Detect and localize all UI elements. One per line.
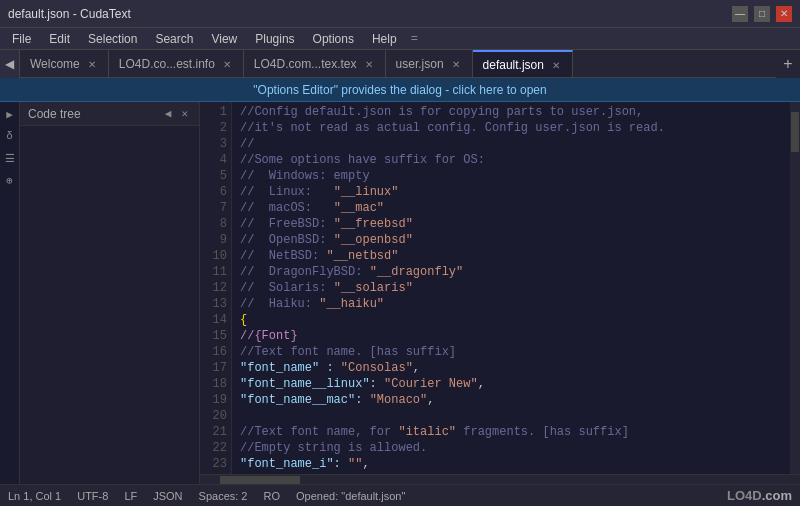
indentation: Spaces: 2	[199, 490, 248, 502]
tab-lo4d-tex[interactable]: LO4D.com...tex.tex ✕	[244, 50, 386, 77]
menu-options[interactable]: Options	[305, 30, 362, 48]
code-line: {	[240, 312, 782, 328]
menu-separator: =	[407, 30, 422, 48]
search-panel-icon[interactable]: ⊕	[2, 172, 18, 188]
tabs-container: Welcome ✕ LO4D.co...est.info ✕ LO4D.com.…	[20, 50, 776, 77]
code-line: //{Font}	[240, 328, 782, 344]
menu-search[interactable]: Search	[147, 30, 201, 48]
tab-default-json-close[interactable]: ✕	[550, 59, 562, 72]
line-number: 4	[204, 152, 227, 168]
code-tree-panel: Code tree ◀ ✕	[20, 102, 200, 484]
lo4d-watermark: LO4D.com	[727, 488, 792, 503]
code-editor[interactable]: 1234567891011121314151617181920212223242…	[200, 102, 800, 484]
code-line: //Config default.json is for copying par…	[240, 104, 782, 120]
line-number: 10	[204, 248, 227, 264]
new-tab-button[interactable]: +	[776, 50, 800, 78]
sidebar-header: Code tree ◀ ✕	[20, 102, 199, 126]
line-number: 18	[204, 376, 227, 392]
code-line: // Windows: empty	[240, 168, 782, 184]
icon-bar: ▶ δ ☰ ⊕	[0, 102, 20, 484]
code-line: // FreeBSD: "__freebsd"	[240, 216, 782, 232]
code-line: // Solaris: "__solaris"	[240, 280, 782, 296]
window-controls: — □ ✕	[732, 6, 792, 22]
code-line: //Text font name. [has suffix]	[240, 344, 782, 360]
line-number: 15	[204, 328, 227, 344]
tab-user-json-label: user.json	[396, 57, 444, 71]
tab-welcome[interactable]: Welcome ✕	[20, 50, 109, 77]
line-number: 22	[204, 440, 227, 456]
sidebar-controls: ◀ ✕	[162, 106, 191, 121]
menu-bar: File Edit Selection Search View Plugins …	[0, 28, 800, 50]
line-number: 9	[204, 232, 227, 248]
scrollbar-thumb[interactable]	[791, 112, 799, 152]
code-line: //Empty string is allowed.	[240, 440, 782, 456]
code-tree	[20, 126, 199, 484]
line-number: 12	[204, 280, 227, 296]
line-number: 21	[204, 424, 227, 440]
tab-user-json-close[interactable]: ✕	[450, 58, 462, 71]
code-line: //it's not read as actual config. Config…	[240, 120, 782, 136]
code-content: 1234567891011121314151617181920212223242…	[200, 102, 800, 474]
delta-icon[interactable]: δ	[2, 128, 18, 144]
code-line: "font_name" : "Consolas",	[240, 360, 782, 376]
tab-default-json-label: default.json	[483, 58, 544, 72]
line-number: 20	[204, 408, 227, 424]
tab-welcome-label: Welcome	[30, 57, 80, 71]
run-icon[interactable]: ▶	[2, 106, 18, 122]
tab-lo4d-est-close[interactable]: ✕	[221, 58, 233, 71]
menu-selection[interactable]: Selection	[80, 30, 145, 48]
code-line: // macOS: "__mac"	[240, 200, 782, 216]
code-line: "font_name_i": "",	[240, 456, 782, 472]
tab-lo4d-tex-label: LO4D.com...tex.tex	[254, 57, 357, 71]
line-number: 7	[204, 200, 227, 216]
line-number: 11	[204, 264, 227, 280]
code-line: //Some options have suffix for OS:	[240, 152, 782, 168]
tab-nav-prev[interactable]: ◀	[0, 50, 20, 78]
line-number: 3	[204, 136, 227, 152]
sidebar-collapse-button[interactable]: ◀	[162, 106, 175, 121]
code-lines[interactable]: //Config default.json is for copying par…	[232, 102, 790, 474]
line-number: 14	[204, 312, 227, 328]
tab-bar: ◀ Welcome ✕ LO4D.co...est.info ✕ LO4D.co…	[0, 50, 800, 78]
tab-lo4d-tex-close[interactable]: ✕	[363, 58, 375, 71]
line-number: 16	[204, 344, 227, 360]
sidebar-title: Code tree	[28, 107, 81, 121]
code-line: //	[240, 136, 782, 152]
code-line: // OpenBSD: "__openbsd"	[240, 232, 782, 248]
tab-user-json[interactable]: user.json ✕	[386, 50, 473, 77]
encoding: UTF-8	[77, 490, 108, 502]
info-banner-text: "Options Editor" provides the dialog - c…	[253, 83, 546, 97]
main-area: ▶ δ ☰ ⊕ Code tree ◀ ✕ 123456789101112131…	[0, 102, 800, 484]
vertical-scrollbar[interactable]	[790, 102, 800, 474]
minimize-button[interactable]: —	[732, 6, 748, 22]
line-number: 23	[204, 456, 227, 472]
line-number: 2	[204, 120, 227, 136]
code-line	[240, 408, 782, 424]
line-number: 19	[204, 392, 227, 408]
code-line: "font_name__mac": "Monaco",	[240, 392, 782, 408]
code-line: //Text font name, for "italic" fragments…	[240, 424, 782, 440]
line-number: 6	[204, 184, 227, 200]
line-number: 13	[204, 296, 227, 312]
status-right: LO4D.com	[727, 488, 792, 503]
info-banner[interactable]: "Options Editor" provides the dialog - c…	[0, 78, 800, 102]
horizontal-scrollbar[interactable]	[200, 474, 800, 484]
menu-view[interactable]: View	[203, 30, 245, 48]
tab-default-json[interactable]: default.json ✕	[473, 50, 573, 77]
menu-help[interactable]: Help	[364, 30, 405, 48]
maximize-button[interactable]: □	[754, 6, 770, 22]
code-line: // Linux: "__linux"	[240, 184, 782, 200]
menu-file[interactable]: File	[4, 30, 39, 48]
list-icon[interactable]: ☰	[2, 150, 18, 166]
line-number: 17	[204, 360, 227, 376]
menu-plugins[interactable]: Plugins	[247, 30, 302, 48]
code-line: // DragonFlyBSD: "__dragonfly"	[240, 264, 782, 280]
tab-welcome-close[interactable]: ✕	[86, 58, 98, 71]
line-number: 1	[204, 104, 227, 120]
sidebar-close-button[interactable]: ✕	[178, 106, 191, 121]
tab-lo4d-est[interactable]: LO4D.co...est.info ✕	[109, 50, 244, 77]
menu-edit[interactable]: Edit	[41, 30, 78, 48]
close-button[interactable]: ✕	[776, 6, 792, 22]
h-scrollbar-thumb[interactable]	[220, 476, 300, 484]
code-line: // NetBSD: "__netbsd"	[240, 248, 782, 264]
